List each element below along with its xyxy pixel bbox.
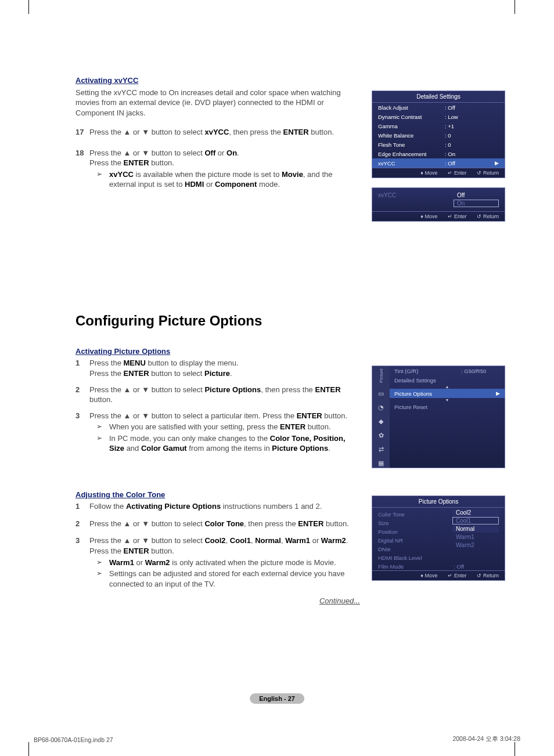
text: button.	[89, 395, 113, 404]
step-2: 2 Press the ▲ or ▼ button to select Colo…	[75, 519, 360, 529]
value: : 0	[445, 142, 499, 148]
text: .	[346, 536, 348, 545]
step-body: Press the MENU button to display the men…	[89, 358, 360, 378]
value: : G50/R50	[461, 368, 500, 374]
step-body: Press the ▲ or ▼ button to select Color …	[89, 519, 360, 529]
label: Picture Options	[394, 390, 496, 397]
bold: ENTER	[124, 547, 149, 555]
osd-sidebar: Picture ▭ ◔ ◆ ✿ ⇄ ▦	[372, 366, 390, 468]
step-body: Follow the Activating Picture Options in…	[89, 501, 360, 512]
bold: ENTER	[297, 411, 322, 420]
osd-row: xvYCC: Off▶	[372, 158, 505, 168]
step-1: 1 Press the MENU button to display the m…	[75, 358, 360, 378]
footer-return: ↺ Return	[477, 170, 499, 176]
text: mode.	[257, 180, 280, 189]
osd-row-picture-reset: Picture Reset	[390, 402, 505, 411]
osd-row: Dynamic Contrast: Low	[372, 112, 505, 121]
osd-left-label: Film Mode	[378, 562, 422, 571]
osd-left-label: Color Tone	[378, 510, 422, 519]
osd-left-label: Digital NR	[378, 536, 422, 545]
text: Enter	[454, 170, 467, 176]
bold: ENTER	[298, 519, 323, 528]
step-number: 3	[75, 536, 89, 590]
step-number: 1	[75, 358, 89, 378]
osd-left-label: Size	[378, 519, 422, 527]
step-3: 3 Press the ▲ or ▼ button to select Cool…	[75, 536, 360, 590]
text: or	[310, 536, 321, 545]
bold: HDMI	[185, 180, 204, 189]
label: Tint (G/R)	[394, 368, 461, 374]
section-activating-xvycc: Activating xvYCC Setting the xvYCC mode …	[75, 75, 360, 191]
note: Settings can be adjusted and stored for …	[89, 569, 360, 589]
color-tone-option: Cool2	[452, 509, 499, 516]
bold: MENU	[124, 359, 146, 367]
text: Enter	[454, 573, 467, 578]
text: Press the ▲ or ▼ button to select	[89, 385, 204, 394]
color-tone-option: Warm2	[452, 541, 499, 549]
footer-move: ♦ Move	[420, 573, 437, 578]
step-number: 2	[75, 519, 89, 529]
footer-enter: ↵ Enter	[448, 214, 466, 219]
osd-row: Gamma: +1	[372, 121, 505, 131]
osd-detailed-settings: Detailed Settings Black Adjust: OffDynam…	[372, 91, 505, 231]
step-body: Press the ▲ or ▼ button to select a part…	[89, 411, 360, 455]
arrow-icon: ▶	[495, 160, 499, 167]
bold: xvYCC	[204, 128, 229, 136]
text: Press the ▲ or ▼ button to select	[89, 149, 204, 157]
osd-picture-menu: Picture ▭ ◔ ◆ ✿ ⇄ ▦ Tint (G/R): G50/R50 …	[372, 366, 505, 478]
text: and	[124, 444, 141, 453]
osd-picture-options: Picture Options Color ToneSizePositionDi…	[372, 495, 505, 590]
scroll-down-icon: ▼	[390, 398, 505, 402]
step-18: 18 Press the ▲ or ▼ button to select Off…	[75, 148, 360, 191]
text: button.	[305, 422, 330, 431]
intro-xvycc: Setting the xvYCC mode to On increases d…	[75, 88, 360, 118]
text: button to display the menu.	[146, 359, 239, 367]
label: Flesh Tone	[378, 142, 445, 148]
bold: xvYCC	[109, 170, 134, 179]
label: Edge Enhancement	[378, 151, 445, 157]
osd-xvycc-select: xvYCC Off On ♦ Move ↵ Enter ↺ Return	[372, 187, 505, 222]
bold: ENTER	[315, 385, 340, 394]
step-number: 17	[75, 127, 89, 138]
section-activating-picture-options: Activating Picture Options 1 Press the M…	[75, 346, 360, 455]
text: button.	[149, 158, 174, 167]
footer-move: ♦ Move	[420, 170, 437, 176]
bold: ENTER	[280, 422, 305, 431]
text: or	[134, 558, 145, 567]
osd-left-label: HDMI Black Level	[378, 554, 422, 562]
footer-filename: BP68-00670A-01Eng.indb 27	[34, 736, 113, 743]
subhead-act: Adjusting the Color Tone	[75, 490, 360, 500]
picture-icon: ▭	[377, 390, 385, 398]
osd-row: Edge Enhancement: On	[372, 149, 505, 158]
label: Gamma	[378, 123, 445, 129]
bold: On	[226, 149, 237, 157]
text: is available when the picture mode is se…	[134, 170, 282, 179]
text: Enter	[454, 214, 467, 219]
value: : On	[445, 151, 499, 157]
footer-enter: ↵ Enter	[448, 573, 466, 578]
step-1: 1 Follow the Activating Picture Options …	[75, 501, 360, 512]
label: Detailed Settings	[394, 377, 436, 384]
bold: Picture Options	[272, 444, 328, 453]
label: White Balance	[378, 132, 445, 139]
text: Move	[425, 170, 437, 176]
subhead-apo: Activating Picture Options	[75, 346, 360, 357]
bold: Off	[204, 149, 215, 157]
step-17: 17 Press the ▲ or ▼ button to select xvY…	[75, 127, 360, 138]
osd-footer: ♦ Move ↵ Enter ↺ Return	[372, 570, 505, 580]
note: When you are satisfied with your setting…	[89, 422, 360, 432]
osd-footer: ♦ Move ↵ Enter ↺ Return	[372, 211, 505, 221]
bold: Picture Options	[204, 385, 261, 394]
osd-title: Detailed Settings	[372, 91, 505, 103]
osd-footer: ♦ Move ↵ Enter ↺ Return	[372, 168, 505, 178]
step-body: Press the ▲ or ▼ button to select Pictur…	[89, 385, 360, 405]
bold: Activating Picture Options	[126, 502, 221, 511]
osd-row-detailed: Detailed Settings	[390, 375, 505, 385]
subhead-xvycc: Activating xvYCC	[75, 75, 360, 86]
footer-enter: ↵ Enter	[448, 170, 466, 176]
text: from among the items in	[187, 444, 272, 453]
bold: Warm1	[109, 558, 134, 567]
value: : Off	[445, 160, 495, 167]
footer-return: ↺ Return	[477, 214, 499, 219]
osd-left-label: DNIe	[378, 545, 422, 554]
